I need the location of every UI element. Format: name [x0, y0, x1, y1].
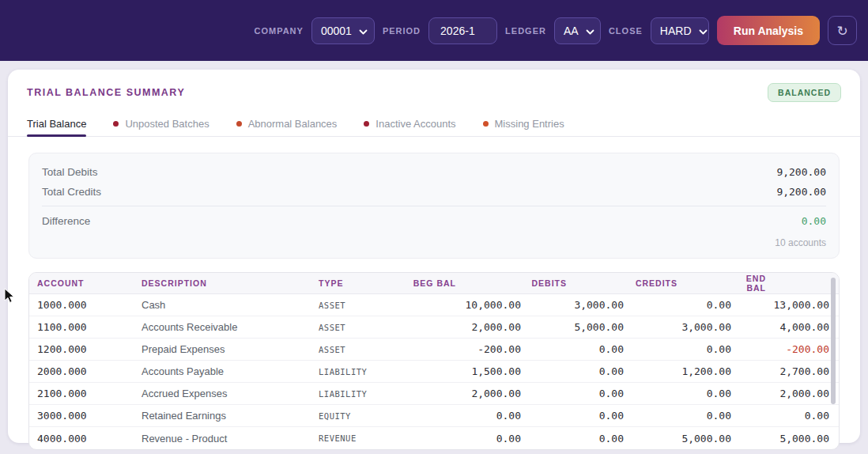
cell-beg-bal: 0.00 — [412, 410, 521, 422]
cell-credits: 0.00 — [624, 343, 731, 355]
company-label: COMPANY — [254, 26, 303, 36]
cell-beg-bal: 10,000.00 — [412, 299, 521, 311]
cell-beg-bal: 0.00 — [412, 433, 521, 445]
top-toolbar: COMPANY 00001 PERIOD LEDGER AA CLOSE HAR… — [0, 0, 868, 61]
cell-debits: 0.00 — [521, 365, 624, 377]
cell-beg-bal: 1,500.00 — [412, 365, 521, 377]
table-row: 2100.000Accrued ExpensesLIABILITY2,000.0… — [29, 383, 839, 405]
cell-account: 1200.000 — [29, 343, 142, 355]
status-badge: BALANCED — [768, 83, 841, 102]
tab-label: Unposted Batches — [125, 118, 209, 130]
col-header-account: ACCOUNT — [29, 278, 142, 288]
table-scrollbar[interactable] — [831, 278, 836, 404]
col-header-beg-bal: BEG BAL — [412, 278, 521, 288]
table-row: 1000.000CashASSET10,000.003,000.000.0013… — [29, 294, 839, 316]
chevron-down-icon — [359, 25, 368, 37]
period-input[interactable] — [428, 17, 497, 44]
cell-type: LIABILITY — [319, 367, 412, 376]
close-select[interactable]: HARD — [651, 17, 709, 44]
cell-type: EQUITY — [319, 411, 412, 421]
cell-description: Accrued Expenses — [142, 388, 319, 399]
col-header-type: TYPE — [319, 278, 412, 288]
summary-divider — [42, 206, 826, 206]
col-header-end-bal: END BAL — [731, 274, 839, 293]
cell-account: 4000.000 — [29, 433, 142, 445]
cell-debits: 5,000.00 — [521, 321, 624, 333]
cell-end-bal: 4,000.00 — [731, 321, 839, 333]
total-credits-label: Total Credits — [42, 186, 101, 198]
col-header-debits: DEBITS — [521, 278, 624, 288]
cell-end-bal: 13,000.00 — [731, 299, 839, 311]
total-credits-row: Total Credits 9,200.00 — [42, 182, 826, 202]
difference-row: Difference 0.00 — [42, 211, 826, 231]
chevron-down-icon — [699, 25, 708, 37]
difference-value: 0.00 — [802, 215, 826, 227]
cell-credits: 1,200.00 — [624, 365, 731, 377]
cell-end-bal: -200.00 — [731, 343, 839, 355]
cell-type: ASSET — [319, 301, 412, 310]
cell-type: ASSET — [319, 323, 412, 332]
table-row: 1200.000Prepaid ExpensesASSET-200.000.00… — [29, 339, 839, 361]
accounts-table: ACCOUNT DESCRIPTION TYPE BEG BAL DEBITS … — [28, 272, 840, 450]
tab-label: Inactive Accounts — [376, 118, 455, 130]
company-select[interactable]: 00001 — [311, 17, 375, 44]
cell-debits: 0.00 — [521, 388, 624, 399]
tab-status-dot-icon — [483, 121, 489, 127]
total-credits-value: 9,200.00 — [776, 186, 826, 198]
col-header-description: DESCRIPTION — [142, 278, 319, 288]
difference-label: Difference — [42, 215, 90, 227]
ledger-select[interactable]: AA — [554, 17, 601, 44]
tab-status-dot-icon — [236, 121, 242, 127]
page-title: TRIAL BALANCE SUMMARY — [27, 87, 185, 98]
total-debits-row: Total Debits 9,200.00 — [42, 162, 826, 182]
tab-inactive-accounts[interactable]: Inactive Accounts — [364, 111, 455, 136]
tab-label: Missing Entries — [495, 118, 564, 130]
cell-debits: 0.00 — [521, 410, 624, 422]
refresh-icon: ↻ — [836, 23, 847, 39]
cell-debits: 3,000.00 — [521, 299, 624, 311]
table-header-row: ACCOUNT DESCRIPTION TYPE BEG BAL DEBITS … — [29, 273, 839, 294]
cell-account: 2100.000 — [29, 388, 142, 399]
tab-label: Abnormal Balances — [248, 118, 338, 130]
cell-debits: 0.00 — [521, 433, 624, 445]
cell-account: 1000.000 — [29, 299, 142, 311]
tab-status-dot-icon — [364, 121, 369, 127]
accounts-count: 10 accounts — [42, 237, 826, 251]
cell-account: 2000.000 — [29, 365, 142, 377]
total-debits-value: 9,200.00 — [776, 166, 826, 178]
cell-description: Cash — [142, 299, 319, 311]
cell-end-bal: 5,000.00 — [731, 433, 839, 445]
cell-account: 3000.000 — [29, 410, 142, 422]
cell-description: Accounts Payable — [142, 365, 319, 377]
tab-missing-entries[interactable]: Missing Entries — [483, 111, 564, 136]
company-select-value: 00001 — [321, 25, 352, 37]
cell-description: Prepaid Expenses — [142, 343, 319, 355]
total-debits-label: Total Debits — [42, 166, 98, 178]
tab-status-dot-icon — [113, 121, 119, 127]
cell-beg-bal: 2,000.00 — [412, 388, 521, 399]
refresh-button[interactable]: ↻ — [828, 16, 857, 45]
close-select-value: HARD — [660, 25, 692, 37]
cell-account: 1100.000 — [29, 321, 142, 333]
summary-box: Total Debits 9,200.00 Total Credits 9,20… — [28, 153, 840, 259]
table-row: 2000.000Accounts PayableLIABILITY1,500.0… — [29, 361, 839, 383]
ledger-select-value: AA — [564, 25, 579, 37]
cell-end-bal: 2,000.00 — [731, 388, 839, 399]
cell-type: REVENUE — [319, 433, 412, 443]
cell-credits: 0.00 — [624, 388, 731, 399]
cell-type: LIABILITY — [319, 389, 412, 399]
tab-trial-balance[interactable]: Trial Balance — [27, 111, 86, 136]
col-header-credits: CREDITS — [624, 278, 731, 288]
tab-unposted-batches[interactable]: Unposted Batches — [113, 111, 209, 136]
period-label: PERIOD — [383, 26, 421, 36]
run-analysis-button[interactable]: Run Analysis — [717, 16, 820, 45]
ledger-label: LEDGER — [505, 26, 546, 36]
cell-credits: 0.00 — [624, 299, 731, 311]
table-row: 4000.000Revenue - ProductREVENUE0.000.00… — [29, 427, 839, 449]
tab-abnormal-balances[interactable]: Abnormal Balances — [236, 111, 338, 136]
cell-beg-bal: 2,000.00 — [412, 321, 521, 333]
cell-credits: 3,000.00 — [624, 321, 731, 333]
cell-description: Retained Earnings — [142, 410, 319, 422]
cell-debits: 0.00 — [521, 343, 624, 355]
table-row: 3000.000Retained EarningsEQUITY0.000.000… — [29, 405, 839, 427]
